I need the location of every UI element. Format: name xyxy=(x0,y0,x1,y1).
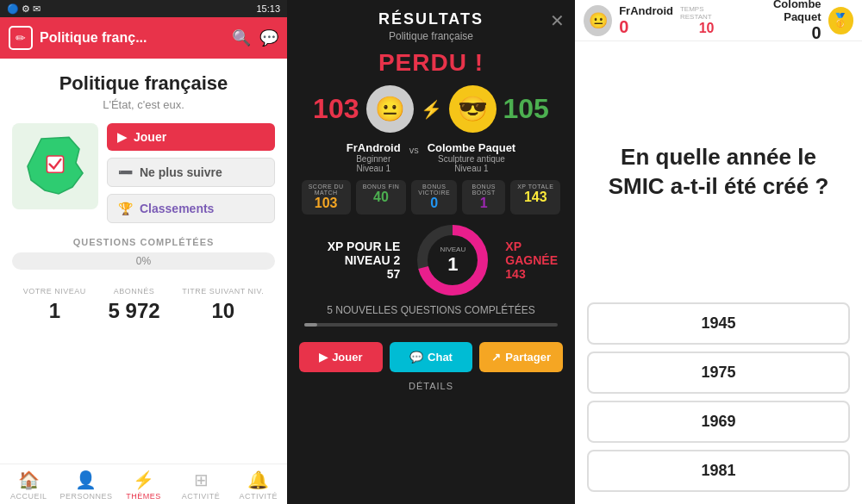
chart-right-label: XP GAGNÉE 143 xyxy=(505,240,558,281)
xp-score-value: 103 xyxy=(315,196,338,211)
vs-label: vs xyxy=(409,141,419,155)
player-right: Colombe Paquet Sculpture antique Niveau … xyxy=(428,141,516,173)
chat-icon[interactable]: 💬 xyxy=(259,28,278,47)
xp-box-bonus-victoire: BONUSVICTOIRE 0 xyxy=(411,180,457,215)
stat-abonnes: ABONNÉS 5 972 xyxy=(109,287,160,323)
player-left: FrAndroid Beginner Niveau 1 xyxy=(347,141,401,173)
xp-box-bonus-boost: BONUSBOOST 1 xyxy=(462,180,505,215)
stats-row: VOTRE NIVEAU 1 ABONNÉS 5 972 TITRE SUIVA… xyxy=(12,287,275,323)
score-left: 103 xyxy=(313,93,359,125)
quiz-title: Politique française xyxy=(12,72,275,95)
classements-button[interactable]: 🏆 Classements xyxy=(107,194,275,223)
jouer-label: Jouer xyxy=(134,130,166,144)
quiz-map xyxy=(12,123,98,209)
xp-totale-label: XP TOTALE xyxy=(517,184,553,190)
xp-totale-value: 143 xyxy=(524,190,547,205)
niveau-label: VOTRE NIVEAU xyxy=(23,287,86,296)
score-row: 103 😐 ⚡ 😎 105 xyxy=(287,85,575,133)
titre-label: TITRE SUIVANT NIV. xyxy=(182,287,264,296)
xp-bonus-fin-value: 40 xyxy=(373,190,389,205)
classements-label: Classements xyxy=(140,202,214,215)
action-row: ▶ Jouer 💬 Chat ↗ Partager xyxy=(287,335,575,381)
suivre-button[interactable]: ➖ Ne plus suivre xyxy=(107,158,275,187)
xp-box-totale: XP TOTALE 143 xyxy=(510,180,560,215)
top-bar: ✏ Politique franç... 🔍 💬 xyxy=(0,17,287,59)
p2-chat-icon: 💬 xyxy=(409,351,423,364)
nav-bell[interactable]: 🔔 ACTIVITÉ xyxy=(229,470,287,501)
questions-label: QUESTIONS COMPLÉTÉES xyxy=(12,237,275,247)
answer-1945[interactable]: 1945 xyxy=(587,302,850,345)
p3-player1-name: FrAndroid xyxy=(619,4,673,17)
nav-activite[interactable]: ⊞ ACTIVITÉ xyxy=(172,470,230,501)
p3-player1: FrAndroid 0 xyxy=(619,4,673,37)
nav-themes-label: THÈMES xyxy=(126,492,161,501)
results-header: RÉSULTATS Politique française xyxy=(287,0,575,49)
progress-thin-fill xyxy=(304,323,317,327)
progress-bar: 0% xyxy=(12,252,275,270)
activity-icon: ⊞ xyxy=(194,470,209,490)
nav-accueil[interactable]: 🏠 ACCUEIL xyxy=(0,470,58,501)
avatar-right: 😎 xyxy=(449,85,497,133)
p2-chat-button[interactable]: 💬 Chat xyxy=(390,342,473,372)
timer-label: TEMPS RESTANT xyxy=(680,5,733,21)
themes-icon: ⚡ xyxy=(133,470,154,490)
results-subtitle: Politique française xyxy=(296,30,566,42)
search-icon[interactable]: 🔍 xyxy=(232,28,251,47)
answer-1981[interactable]: 1981 xyxy=(587,450,850,492)
xp-bonus-boost-value: 1 xyxy=(480,196,488,211)
p3-player2: Colombe Paquet 0 xyxy=(740,0,821,43)
close-button[interactable]: ✕ xyxy=(550,10,565,31)
home-icon: 🏠 xyxy=(18,470,40,490)
donut-chart: NIVEAU 1 xyxy=(414,221,491,299)
donut-center: NIVEAU 1 xyxy=(440,246,465,276)
player-right-level: Niveau 1 xyxy=(428,164,516,173)
question-text: En quelle année le SMIC a-t-il été créé … xyxy=(596,143,841,202)
bell-icon: 🔔 xyxy=(247,470,269,490)
question-area: En quelle année le SMIC a-t-il été créé … xyxy=(575,41,862,302)
xp-bonus-victoire-label: BONUSVICTOIRE xyxy=(418,184,450,196)
nav-personnes-label: PERSONNES xyxy=(59,492,112,501)
nav-personnes[interactable]: 👤 PERSONNES xyxy=(58,470,116,501)
panel-question: 😐 FrAndroid 0 TEMPS RESTANT 10 Colombe P… xyxy=(575,0,862,504)
p3-player2-name: Colombe Paquet xyxy=(740,0,821,23)
chart-right-value: 143 xyxy=(505,267,558,281)
status-bar-time: 15:13 xyxy=(256,3,280,14)
p3-top-bar: 😐 FrAndroid 0 TEMPS RESTANT 10 Colombe P… xyxy=(575,0,862,41)
stat-niveau: VOTRE NIVEAU 1 xyxy=(23,287,86,323)
p2-jouer-label: Jouer xyxy=(332,351,362,364)
action-buttons: ▶ Jouer ➖ Ne plus suivre 🏆 Classements xyxy=(107,123,275,223)
people-icon: 👤 xyxy=(75,470,97,490)
player-left-rank: Beginner xyxy=(347,154,401,164)
jouer-icon: ▶ xyxy=(117,130,127,144)
players-row: FrAndroid Beginner Niveau 1 vs Colombe P… xyxy=(287,141,575,173)
p2-share-icon: ↗ xyxy=(491,351,501,364)
xp-box-score: SCORE DUMATCH 103 xyxy=(302,180,351,215)
xp-bonus-victoire-value: 0 xyxy=(430,196,438,211)
p2-chat-label: Chat xyxy=(428,351,453,364)
player-left-name: FrAndroid xyxy=(347,141,401,154)
results-title: RÉSULTATS xyxy=(296,10,566,28)
status-bar-left: 🔵 ⚙ ✉ xyxy=(7,3,41,15)
p2-partager-button[interactable]: ↗ Partager xyxy=(479,342,563,372)
lightning-icon: ⚡ xyxy=(421,99,442,120)
nav-themes[interactable]: ⚡ THÈMES xyxy=(115,470,172,501)
nav-accueil-label: ACCUEIL xyxy=(10,492,47,501)
player-right-rank: Sculpture antique xyxy=(428,154,516,164)
p3-badge: 🥇 xyxy=(828,7,853,34)
answers-list: 1945 1975 1969 1981 xyxy=(575,302,862,504)
top-bar-icons: 🔍 💬 xyxy=(232,28,278,47)
edit-icon[interactable]: ✏ xyxy=(9,26,33,50)
jouer-button[interactable]: ▶ Jouer xyxy=(107,123,275,151)
p2-jouer-button[interactable]: ▶ Jouer xyxy=(299,342,383,372)
chart-left-value: 57 xyxy=(304,267,400,281)
suivre-label: Ne plus suivre xyxy=(140,165,222,179)
player-right-name: Colombe Paquet xyxy=(428,141,516,154)
p3-timer: TEMPS RESTANT 10 xyxy=(680,5,733,36)
answer-1969[interactable]: 1969 xyxy=(587,401,850,443)
chart-left-label-text: XP POUR LE NIVEAU 2 xyxy=(304,240,400,267)
xp-row: SCORE DUMATCH 103 BONUS FIN 40 BONUSVICT… xyxy=(287,173,575,221)
answer-1975[interactable]: 1975 xyxy=(587,352,850,394)
score-right: 105 xyxy=(503,93,549,125)
quiz-subtitle: L'État, c'est eux. xyxy=(12,98,275,111)
nav-bell-label: ACTIVITÉ xyxy=(239,492,278,501)
